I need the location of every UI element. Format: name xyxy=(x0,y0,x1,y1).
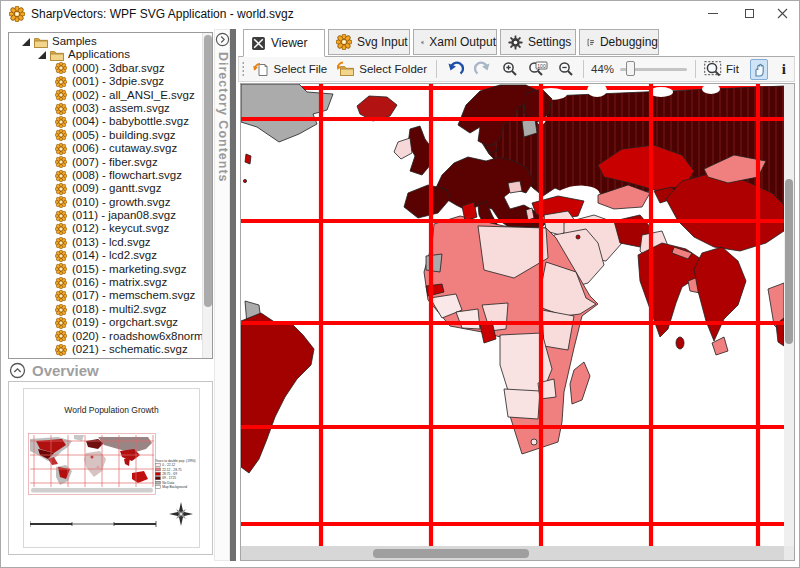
svg-file-flower-icon xyxy=(55,170,67,182)
map-horizontal-scrollbar[interactable] xyxy=(241,546,784,560)
svg-file-flower-icon xyxy=(55,277,67,289)
tree-item[interactable]: (013) - lcd.svgz xyxy=(9,236,203,249)
thumbnail-world-map xyxy=(28,433,156,495)
tree-item[interactable]: (016) - matrix.svgz xyxy=(9,276,203,289)
expanded-triangle-icon[interactable] xyxy=(21,37,31,47)
overview-thumbnail[interactable]: World Population Growth xyxy=(23,388,200,548)
pan-toggle-button[interactable] xyxy=(750,59,768,80)
tree-item[interactable]: (014) - lcd2.svgz xyxy=(9,249,203,262)
zoom-slider[interactable] xyxy=(620,60,686,78)
window-title: SharpVectors: WPF SVG Application - worl… xyxy=(31,7,294,21)
collapse-chevron-up-icon[interactable] xyxy=(9,362,26,379)
toolbar-grip[interactable] xyxy=(242,61,244,77)
map-vertical-scrollbar-thumb[interactable] xyxy=(785,179,793,344)
folder-icon xyxy=(34,36,48,48)
svg-file-flower-icon xyxy=(55,156,67,168)
close-button[interactable] xyxy=(764,1,800,26)
tree-item[interactable]: (012) - keycut.svgz xyxy=(9,222,203,235)
tree-item-label: (004) - babybottle.svgz xyxy=(72,115,189,128)
tree-item[interactable]: (010) - growth.svgz xyxy=(9,196,203,209)
expanded-triangle-icon[interactable] xyxy=(37,50,47,60)
tree-item[interactable]: (006) - cutaway.svgz xyxy=(9,142,203,155)
svg-text:100: 100 xyxy=(537,63,546,69)
map-viewport[interactable] xyxy=(240,83,795,561)
info-button[interactable]: i xyxy=(774,61,794,78)
svg-file-flower-icon xyxy=(55,210,67,222)
xaml-output-icon xyxy=(421,35,424,50)
tab-settings[interactable]: Settings xyxy=(500,29,576,55)
tree-node-applications[interactable]: Applications xyxy=(9,48,203,61)
tree-scrollbar[interactable] xyxy=(202,33,212,358)
svg-file-flower-icon xyxy=(55,116,67,128)
scrollbar-corner xyxy=(784,546,794,560)
maximize-button[interactable] xyxy=(731,1,767,26)
tab-debugging[interactable]: Debugging xyxy=(579,29,659,55)
directory-contents-label: Directory Contents xyxy=(216,52,230,183)
svg-file-flower-icon xyxy=(55,290,67,302)
tree-item[interactable]: (004) - babybottle.svgz xyxy=(9,115,203,128)
tree-item[interactable]: (003) - assem.svgz xyxy=(9,102,203,115)
tree-item[interactable]: (000) - 3dbar.svgz xyxy=(9,62,203,75)
tree-item-label: (020) - roadshow6x8normal.svgz xyxy=(72,330,213,343)
tree-scrollbar-thumb[interactable] xyxy=(204,35,212,307)
tree-item-label: (003) - assem.svgz xyxy=(72,102,170,115)
zoom-fit-button[interactable]: Fit xyxy=(700,59,743,79)
tree-item[interactable]: (020) - roadshow6x8normal.svgz xyxy=(9,330,203,343)
tree-item-label: (005) - building.svgz xyxy=(72,129,176,142)
tree-item[interactable]: (018) - multi2.svgz xyxy=(9,303,203,316)
tree-item[interactable]: (021) - schematic.svgz xyxy=(9,343,203,356)
tree-item[interactable]: (005) - building.svgz xyxy=(9,129,203,142)
select-folder-button[interactable]: Select Folder xyxy=(333,59,431,79)
directory-contents-strip[interactable]: Directory Contents xyxy=(214,29,230,561)
tree-item-label: (009) - gantt.svgz xyxy=(72,182,161,195)
legend-swatch xyxy=(155,463,161,466)
zoom-fit-icon xyxy=(704,61,722,77)
zoom-out-button[interactable] xyxy=(554,59,578,79)
tab-svg-input[interactable]: Svg Input xyxy=(328,29,410,55)
right-panel: Viewer Svg Input Xaml Output xyxy=(238,29,796,562)
tree-items: (000) - 3dbar.svgz (001) - 3dpie.svgz (0… xyxy=(9,62,203,357)
tree-item-label: (010) - growth.svgz xyxy=(72,196,170,209)
tab-viewer[interactable]: Viewer xyxy=(243,29,325,57)
tree-node-samples[interactable]: Samples xyxy=(9,35,203,48)
zoom-in-button[interactable] xyxy=(498,59,522,79)
select-folder-icon xyxy=(337,61,355,77)
zoom-slider-thumb[interactable] xyxy=(626,61,635,76)
svg-file-flower-icon xyxy=(55,317,67,329)
select-file-icon xyxy=(253,61,270,78)
world-map-svg[interactable] xyxy=(241,84,784,546)
tree-item[interactable]: (008) - flowchart.svgz xyxy=(9,169,203,182)
minimize-button[interactable] xyxy=(695,1,731,26)
tree-item-label: (013) - lcd.svgz xyxy=(72,236,151,249)
tree-item[interactable]: (019) - orgchart.svgz xyxy=(9,316,203,329)
tree-item-label: (007) - fiber.svgz xyxy=(72,156,158,169)
tree-item[interactable]: (007) - fiber.svgz xyxy=(9,156,203,169)
tree-item[interactable]: (001) - 3dpie.svgz xyxy=(9,75,203,88)
svg-flower-icon xyxy=(336,34,352,50)
tab-xaml-output[interactable]: Xaml Output xyxy=(413,29,497,55)
tree-item-label: (015) - marketing.svgz xyxy=(72,263,186,276)
tree-item[interactable]: (011) - japan08.svgz xyxy=(9,209,203,222)
undo-button[interactable] xyxy=(442,59,468,80)
svg-file-flower-icon xyxy=(55,103,67,115)
map-horizontal-scrollbar-thumb[interactable] xyxy=(373,549,529,558)
tree-item[interactable]: (015) - marketing.svgz xyxy=(9,263,203,276)
tab-label: Settings xyxy=(528,35,571,49)
close-icon xyxy=(777,8,788,19)
tree-item[interactable]: (017) - memschem.svgz xyxy=(9,289,203,302)
tree-item[interactable]: (009) - gantt.svgz xyxy=(9,182,203,195)
panel-splitter[interactable] xyxy=(230,29,236,561)
legend-swatch xyxy=(155,468,161,471)
select-file-label: Select File xyxy=(274,63,328,75)
redo-button[interactable] xyxy=(470,59,496,80)
expand-chevron-right-icon[interactable] xyxy=(215,32,230,47)
select-file-button[interactable]: Select File xyxy=(249,59,332,80)
zoom-100-button[interactable]: 100 xyxy=(524,59,552,79)
viewer-icon xyxy=(251,36,266,51)
overview-header[interactable]: Overview xyxy=(9,360,99,380)
tab-label: Svg Input xyxy=(357,35,408,49)
tab-label: Viewer xyxy=(271,36,307,50)
map-vertical-scrollbar[interactable] xyxy=(784,84,794,546)
fit-label: Fit xyxy=(726,63,739,75)
tree-item[interactable]: (002) - all_ANSI_E.svgz xyxy=(9,89,203,102)
